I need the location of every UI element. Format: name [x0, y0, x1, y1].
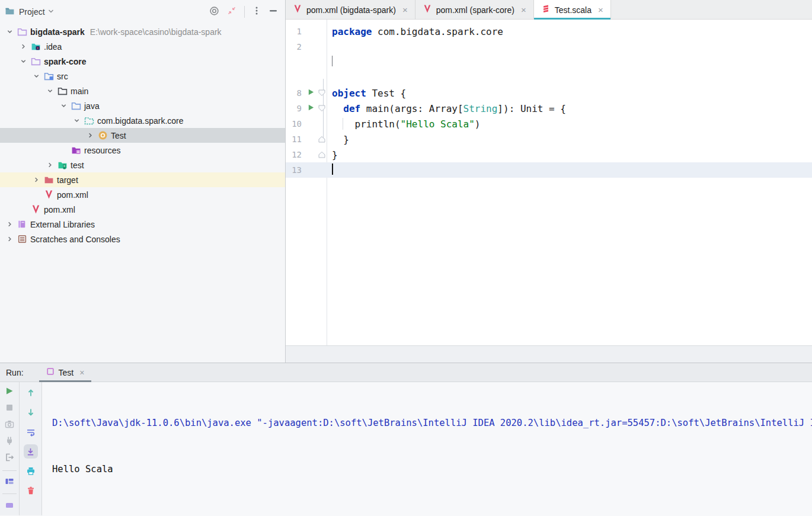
toolbar-separator	[2, 493, 17, 494]
fold-end-marker-icon[interactable]	[318, 136, 327, 143]
code-line-1: 1 package com.bigdata.spark.core	[286, 24, 812, 39]
run-tab-test[interactable]: Test ×	[39, 363, 92, 382]
scratches-icon	[17, 234, 27, 244]
project-panel-header: Project	[0, 0, 285, 24]
run-configuration-icon	[46, 367, 55, 377]
chevron-down-icon[interactable]	[59, 101, 68, 111]
chevron-right-icon[interactable]	[85, 131, 95, 140]
folder-icon	[57, 86, 68, 96]
tree-item-test-folder[interactable]: test	[0, 158, 285, 172]
run-toolbar-console	[20, 382, 42, 515]
test-folder-icon	[57, 160, 68, 170]
dump-threads-icon	[2, 419, 17, 430]
restore-layout-icon[interactable]	[2, 475, 17, 486]
tree-item-scratches[interactable]: Scratches and Consoles	[0, 232, 285, 246]
chevron-right-icon[interactable]	[18, 42, 28, 52]
settings-partial-icon[interactable]	[2, 499, 17, 510]
text-caret	[332, 164, 333, 175]
chevron-down-icon[interactable]	[47, 7, 55, 17]
editor: pom.xml (bigdata-spark) × pom.xml (spark…	[286, 0, 812, 363]
chevron-right-icon[interactable]	[5, 220, 14, 229]
run-gutter-icon[interactable]	[307, 88, 315, 98]
fold-end-marker-icon[interactable]	[318, 151, 327, 158]
sources-root-icon	[71, 101, 81, 111]
editor-bottom-strip	[286, 346, 812, 363]
header-divider	[244, 6, 245, 18]
stop-button	[2, 402, 17, 414]
clear-all-icon[interactable]	[24, 483, 38, 498]
run-gutter-icon[interactable]	[307, 103, 315, 114]
close-icon[interactable]: ×	[79, 368, 84, 377]
close-icon[interactable]: ×	[402, 5, 408, 15]
code-editor[interactable]: 1 package com.bigdata.spark.core 2 8	[286, 20, 812, 345]
project-folder-icon	[5, 6, 15, 18]
chevron-down-icon[interactable]	[31, 72, 41, 81]
collapse-all-icon[interactable]	[227, 6, 236, 18]
console-output-line: Hello Scala	[52, 461, 812, 477]
fold-marker-icon[interactable]	[318, 105, 327, 112]
more-options-icon[interactable]	[252, 6, 261, 18]
tab-test-scala[interactable]: Test.scala ×	[534, 0, 611, 20]
chevron-down-icon[interactable]	[72, 116, 81, 126]
tree-item-test-object[interactable]: Test	[0, 128, 285, 143]
chevron-down-icon[interactable]	[45, 86, 55, 96]
tree-item-resources[interactable]: resources	[0, 143, 285, 158]
run-console[interactable]: D:\soft\Java\jdk-11.0.6\bin\java.exe "-j…	[42, 382, 812, 515]
code-line-folded-b	[286, 70, 812, 85]
code-line-8: 8 object Test {	[286, 85, 812, 101]
chevron-right-icon[interactable]	[45, 161, 55, 170]
maven-icon	[31, 204, 41, 214]
fold-caret	[332, 56, 333, 66]
maven-icon	[293, 4, 302, 15]
locate-file-icon[interactable]	[209, 6, 219, 18]
tree-item-external-libraries[interactable]: External Libraries	[0, 217, 285, 232]
soft-wrap-icon[interactable]	[24, 425, 38, 439]
maven-icon	[423, 4, 432, 15]
tree-item-package[interactable]: com.bigdata.spark.core	[0, 113, 285, 128]
exit-icon[interactable]	[2, 452, 17, 463]
tree-item-main[interactable]: main	[0, 84, 285, 98]
source-folder-icon	[44, 71, 54, 81]
resources-folder-icon	[71, 145, 81, 155]
hide-panel-icon[interactable]	[268, 6, 278, 18]
project-tree: bigdata-spark E:\work-space\casino\bigda…	[0, 24, 285, 246]
chevron-down-icon[interactable]	[5, 27, 14, 37]
tree-item-java[interactable]: java	[0, 98, 285, 113]
close-icon[interactable]: ×	[598, 5, 603, 15]
tree-item-bigdata-spark[interactable]: bigdata-spark E:\work-space\casino\bigda…	[0, 24, 285, 39]
code-line-12: 12 }	[286, 147, 812, 162]
tree-item-pom-spark-core[interactable]: pom.xml	[0, 187, 285, 202]
indent-guide	[343, 118, 343, 130]
down-stack-trace-icon[interactable]	[24, 405, 38, 419]
print-icon[interactable]	[24, 464, 38, 478]
close-icon[interactable]: ×	[521, 5, 526, 15]
code-line-11: 11 }	[286, 132, 812, 147]
run-panel-header: Run: Test ×	[0, 363, 812, 382]
tab-pom-bigdata-spark[interactable]: pom.xml (bigdata-spark) ×	[286, 0, 415, 20]
fold-marker-icon[interactable]	[318, 89, 327, 97]
tree-item-src[interactable]: src	[0, 69, 285, 84]
tree-item-target[interactable]: target	[0, 172, 285, 187]
maven-icon	[44, 190, 54, 200]
tree-item-spark-core[interactable]: spark-core	[0, 54, 285, 69]
ide-window: Project	[0, 0, 812, 516]
chevron-right-icon[interactable]	[5, 235, 14, 244]
chevron-right-icon[interactable]	[31, 175, 41, 185]
library-icon	[17, 219, 27, 229]
tab-pom-spark-core[interactable]: pom.xml (spark-core) ×	[415, 0, 534, 20]
tree-item-pom-root[interactable]: pom.xml	[0, 202, 285, 217]
idea-folder-icon	[31, 41, 41, 52]
rerun-button[interactable]	[2, 386, 17, 397]
scroll-to-end-button[interactable]	[24, 444, 38, 459]
module-folder-icon	[17, 27, 27, 37]
editor-tab-bar: pom.xml (bigdata-spark) × pom.xml (spark…	[286, 0, 812, 20]
chevron-down-icon[interactable]	[18, 57, 28, 66]
project-panel-title[interactable]: Project	[19, 7, 45, 17]
run-panel-title: Run:	[6, 368, 24, 377]
up-stack-trace-icon[interactable]	[24, 386, 38, 400]
code-line-folded-a	[286, 55, 812, 70]
code-line-13: 13	[286, 162, 812, 178]
attach-debugger-icon	[2, 435, 17, 447]
scala-icon	[541, 4, 551, 15]
tree-item-idea[interactable]: .idea	[0, 39, 285, 54]
